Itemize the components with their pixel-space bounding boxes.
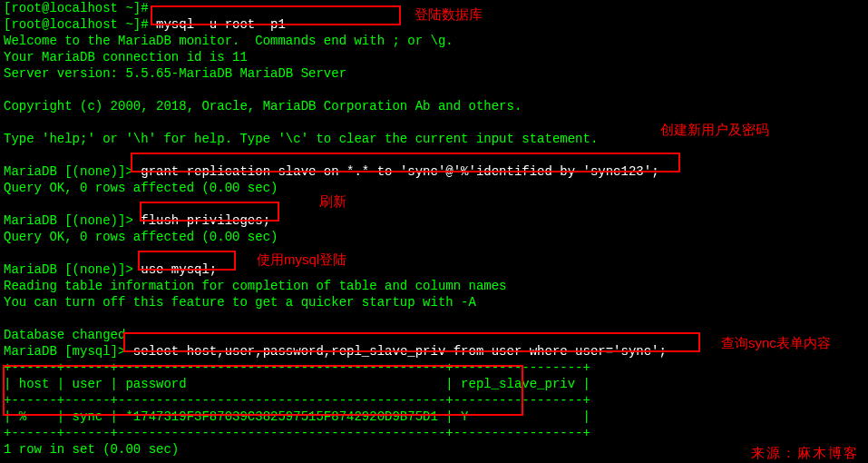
table-row: | % | sync | *1747319F3F87039C382597515F… [4, 409, 864, 425]
redacted-password: 57006 [286, 16, 355, 33]
mariadb-prompt: MariaDB [(none)]> [4, 262, 141, 277]
terminal-line: Query OK, 0 rows affected (0.00 sec) [4, 180, 864, 196]
terminal-line: Server version: 5.5.65-MariaDB MariaDB S… [4, 65, 864, 82]
terminal-line: Copyright (c) 2000, 2018, Oracle, MariaD… [4, 98, 864, 114]
terminal-line: Reading table information for completion… [4, 278, 864, 294]
mariadb-prompt: MariaDB [(none)]> [4, 213, 141, 228]
terminal-line [4, 310, 864, 327]
terminal-line: Your MariaDB connection id is 11 [4, 49, 864, 65]
login-command: mysql -u root -p1 [156, 17, 286, 32]
terminal-line: MariaDB [(none)]> flush privileges; [4, 212, 864, 229]
terminal-line: MariaDB [(none)]> use mysql; [4, 261, 864, 278]
terminal-line [4, 245, 864, 261]
terminal-line: MariaDB [(none)]> grant replication slav… [4, 163, 864, 180]
terminal-line: Query OK, 0 rows affected (0.00 sec) [4, 229, 864, 245]
table-border: +------+------+-------------------------… [4, 360, 864, 376]
table-border: +------+------+-------------------------… [4, 392, 864, 409]
terminal-line: [root@localhost ~]# mysql -u root -p1 57… [4, 16, 864, 33]
terminal-line [4, 114, 864, 131]
grant-command: grant replication slave on *.* to 'sync'… [141, 164, 658, 179]
terminal-line: Type 'help;' or '\h' for help. Type '\c'… [4, 131, 864, 147]
table-border: +------+------+-------------------------… [4, 425, 864, 441]
table-header: | host | user | password | repl_slave_pr… [4, 376, 864, 392]
terminal-line [4, 82, 864, 98]
terminal-line: 1 row in set (0.00 sec) [4, 441, 864, 458]
terminal-line: Database changed [4, 327, 864, 343]
terminal-line [4, 196, 864, 212]
shell-prompt: [root@localhost ~]# [4, 17, 156, 32]
flush-command: flush privileges; [141, 213, 270, 228]
shell-prompt: [root@localhost ~]# [4, 1, 156, 15]
watermark: 来源：麻木博客 [751, 445, 859, 461]
terminal-line: [root@localhost ~]# [4, 0, 864, 16]
mariadb-prompt: MariaDB [(none)]> [4, 164, 141, 179]
terminal-line: MariaDB [mysql]> select host,user,passwo… [4, 343, 864, 360]
terminal-line: You can turn off this feature to get a q… [4, 294, 864, 310]
mariadb-prompt: MariaDB [mysql]> [4, 344, 133, 359]
select-command: select host,user,password,repl_slave_pri… [133, 344, 667, 359]
terminal-line: Welcome to the MariaDB monitor. Commands… [4, 33, 864, 49]
use-command: use mysql; [141, 262, 217, 277]
terminal-line [4, 147, 864, 163]
